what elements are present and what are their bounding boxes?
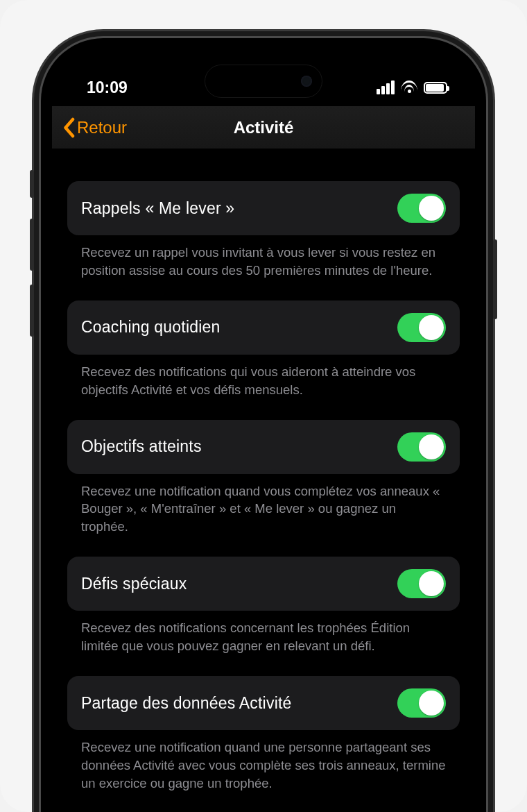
toggle-switch[interactable] [397,194,446,223]
setting-row-activity-sharing[interactable]: Partage des données Activité [67,676,460,730]
chevron-left-icon [62,117,76,138]
back-button[interactable]: Retour [52,117,127,138]
side-button [30,219,34,271]
setting-description: Recevez des notifications concernant les… [67,611,460,676]
settings-list[interactable]: Rappels « Me lever » Recevez un rappel v… [52,149,475,812]
toggle-switch[interactable] [397,313,446,342]
toggle-switch[interactable] [397,432,446,462]
setting-label: Défis spéciaux [81,575,187,593]
wifi-icon [401,81,417,94]
nav-bar: Retour Activité [52,106,475,149]
setting-label: Rappels « Me lever » [81,199,234,218]
side-button [30,285,34,337]
page-canvas: 10:09 Retour Activité Rappels « Me lever… [0,0,527,812]
setting-row-goal-completions[interactable]: Objectifs atteints [67,420,460,474]
setting-label: Coaching quotidien [81,318,221,337]
battery-icon [424,82,447,94]
screen: 10:09 Retour Activité Rappels « Me lever… [52,49,475,812]
side-button [493,239,497,319]
back-label: Retour [77,118,127,137]
toggle-switch[interactable] [397,569,446,598]
setting-description: Recevez une notification quand une perso… [67,730,460,812]
dynamic-island [205,65,322,98]
setting-description: Recevez un rappel vous invitant à vous l… [67,235,460,301]
cellular-icon [377,81,395,94]
camera-icon [301,76,312,87]
setting-label: Objectifs atteints [81,437,202,456]
setting-description: Recevez une notification quand vous comp… [67,474,460,557]
toggle-switch[interactable] [397,688,446,718]
side-button [30,170,34,198]
setting-label: Partage des données Activité [81,694,292,713]
setting-row-special-challenges[interactable]: Défis spéciaux [67,557,460,611]
setting-row-daily-coaching[interactable]: Coaching quotidien [67,301,460,355]
status-indicators [377,81,447,94]
phone-frame: 10:09 Retour Activité Rappels « Me lever… [41,38,486,812]
status-time: 10:09 [87,78,128,97]
setting-description: Recevez des notifications qui vous aider… [67,355,460,420]
setting-row-stand-reminders[interactable]: Rappels « Me lever » [67,181,460,235]
